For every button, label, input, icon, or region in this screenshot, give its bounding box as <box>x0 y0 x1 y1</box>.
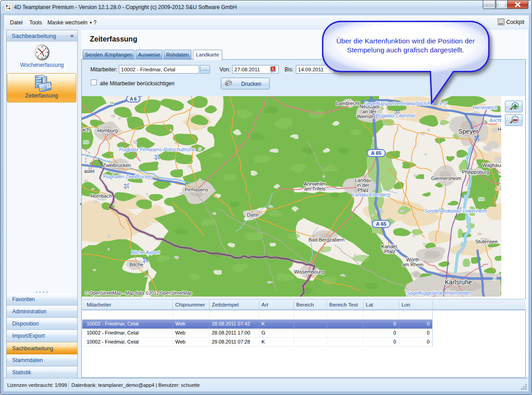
svg-text:Flughafen Zweibrücken: Flughafen Zweibrücken <box>103 174 152 179</box>
svg-text:Karlsruhe: Karlsruhe <box>445 279 472 286</box>
svg-text:Sonderlandeplatz Linkenheim: Sonderlandeplatz Linkenheim <box>425 208 487 214</box>
svg-text:am Rhein: am Rhein <box>402 262 423 267</box>
svg-text:Bad Bergzabern: Bad Bergzabern <box>308 237 345 242</box>
svg-text:Flugplatz Pirmasens-Pottschütt: Flugplatz Pirmasens-Pottschütthöhe <box>119 147 196 152</box>
svg-text:Landau-Ebenberg: Landau-Ebenberg <box>352 192 390 197</box>
svg-text:Auchtl: Auchtl <box>489 117 501 123</box>
svg-text:Flugplatz Lilienthal: Flugplatz Lilienthal <box>376 113 415 118</box>
svg-text:Wissembourg: Wissembourg <box>294 269 324 274</box>
svg-text:astel: astel <box>84 168 94 174</box>
svg-text:Bitche Airport: Bitche Airport <box>131 250 160 255</box>
svg-text:N: N <box>493 276 496 281</box>
svg-text:Speyer: Speyer <box>458 128 479 135</box>
svg-text:N9: N9 <box>84 140 89 144</box>
svg-text:A 65: A 65 <box>376 221 387 227</box>
svg-text:Segelfluggelände Rheinstetten: Segelfluggelände Rheinstetten <box>406 290 471 296</box>
svg-text:1: 1 <box>272 67 274 71</box>
svg-text:Zweibrücken: Zweibrücken <box>103 163 131 168</box>
svg-text:Hornbach: Hornbach <box>90 193 112 199</box>
svg-text:Waghäus: Waghäus <box>482 163 501 168</box>
svg-text:Stutensee: Stutensee <box>475 239 498 244</box>
svg-text:Über die Kartenfunktion wird d: Über die Kartenfunktion wird die Positio… <box>336 37 475 45</box>
svg-text:Stempelung auch grafisch darge: Stempelung auch grafisch dargestellt. <box>347 46 464 54</box>
svg-text:NR: NR <box>479 197 485 201</box>
svg-text:Pirmasens: Pirmasens <box>185 187 208 192</box>
svg-text:A 6: A 6 <box>130 97 137 102</box>
svg-text:Pfalz: Pfalz <box>384 249 395 254</box>
svg-text:Ho: Ho <box>498 126 501 132</box>
svg-text:am Trifels: am Trifels <box>304 186 326 191</box>
svg-text:© OpenStreetMap - Map data ©20: © OpenStreetMap - Map data ©2012 OpenStr… <box>85 291 192 296</box>
svg-text:Dahn: Dahn <box>247 212 259 218</box>
svg-text:Homburg: Homburg <box>97 128 117 133</box>
svg-text:ach: ach <box>82 127 90 132</box>
svg-text:Germersheim: Germersheim <box>431 176 462 181</box>
svg-text:Philippsburg: Philippsburg <box>462 169 490 175</box>
svg-text:Nr: Nr <box>110 101 114 105</box>
svg-text:A 65: A 65 <box>371 150 382 156</box>
svg-text:Bitche: Bitche <box>130 262 144 267</box>
